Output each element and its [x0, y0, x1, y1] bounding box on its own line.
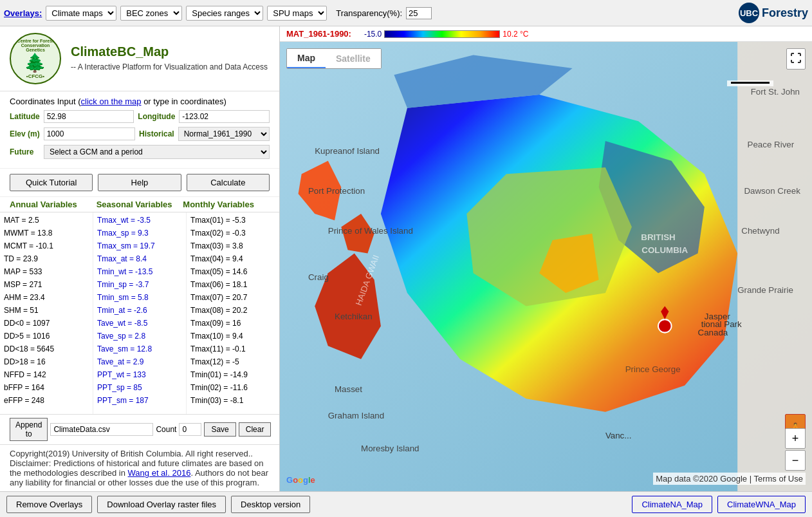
list-item: PPT_wt = 133	[96, 368, 183, 381]
svg-text:Prince of Wales Island: Prince of Wales Island	[328, 226, 413, 236]
color-legend: -15.0 10.2 °C	[364, 30, 529, 39]
list-item: Tmax_sm = 19.7	[96, 240, 183, 252]
list-item: Tmin(03) = -8.1	[189, 394, 277, 407]
variables-section: Annual Variables Seasonal Variables Mont…	[0, 197, 279, 414]
list-item: Tmax(08) = 20.2	[189, 304, 277, 317]
legend-max: 10.2 °C	[503, 30, 528, 39]
calculate-button[interactable]: Calculate	[187, 174, 270, 191]
list-item: Tmax(05) = 14.6	[189, 265, 277, 278]
bec-zones-select[interactable]: BEC zones	[120, 6, 182, 21]
monthly-variables-col: Tmax(01) = -5.3 Tmax(02) = -0.3 Tmax(03)…	[187, 212, 279, 414]
future-row: Future Select a GCM and a period	[10, 145, 270, 159]
action-buttons: Quick Tutorial Help Calculate	[0, 169, 279, 197]
variables-body: MAT = 2.5 MWMT = 13.8 MCMT = -10.1 TD = …	[0, 212, 279, 414]
climate-maps-select[interactable]: Climate maps	[46, 6, 116, 21]
list-item: PPT_sm = 187	[96, 394, 183, 407]
main-content: Centre for ForestConservationGenetics 🌲 …	[0, 26, 812, 491]
spu-maps-select[interactable]: SPU maps	[267, 6, 327, 21]
map-header: MAT_1961-1990: -15.0 10.2 °C	[280, 26, 812, 42]
download-raster-button[interactable]: Download Overlay raster files	[97, 496, 226, 513]
list-item: Tmax(07) = 20.7	[189, 291, 277, 304]
transparency-label: Transparency(%):	[336, 8, 402, 18]
zoom-out-button[interactable]: −	[785, 450, 806, 471]
list-item: Tmax(04) = 9.4	[189, 252, 277, 265]
species-ranges-select[interactable]: Species ranges	[186, 6, 263, 21]
climateNA-button[interactable]: ClimateNA_Map	[632, 496, 712, 513]
filename-input[interactable]	[50, 423, 153, 436]
wang-link[interactable]: Wang et al. 2016	[128, 468, 191, 478]
save-button[interactable]: Save	[204, 422, 235, 437]
list-item: Tmin_sp = -3.7	[96, 278, 183, 291]
list-item: eFFP = 248	[3, 394, 90, 407]
copyright-text: Copyright(2019) University of British Co…	[10, 449, 270, 458]
historical-select[interactable]: Normal_1961_1990 1901_1920 1921_1940	[178, 127, 270, 141]
legend-gradient	[384, 30, 500, 38]
svg-point-23	[658, 319, 672, 333]
app-subtitle: -- A Interactive Platform for Visualizat…	[71, 62, 268, 73]
help-button[interactable]: Help	[98, 174, 181, 191]
coords-title: Coordinates Input (click on the map or t…	[10, 97, 270, 106]
cfcg-logo: Centre for ForestConservationGenetics 🌲 …	[10, 33, 61, 84]
quick-tutorial-button[interactable]: Quick Tutorial	[10, 174, 93, 191]
satellite-view-button[interactable]: Satellite	[326, 49, 381, 68]
svg-text:Grande Prairie: Grande Prairie	[737, 285, 793, 295]
list-item: NFFD = 142	[3, 368, 90, 381]
list-item: Tave_sp = 2.8	[96, 330, 183, 343]
count-input[interactable]	[179, 423, 201, 436]
list-item: Tmin_sm = 5.8	[96, 291, 183, 304]
transparency-input[interactable]	[406, 7, 432, 19]
annual-variables-col: MAT = 2.5 MWMT = 13.8 MCMT = -10.1 TD = …	[0, 212, 93, 414]
elev-input[interactable]	[44, 127, 135, 140]
overlays-label[interactable]: Overlays:	[4, 8, 42, 18]
ubc-logo-icon: UBC	[739, 3, 759, 23]
append-button[interactable]: Append to	[10, 418, 48, 441]
app-title: ClimateBC_Map	[71, 44, 268, 59]
list-item: Tmin(02) = -11.6	[189, 381, 277, 394]
left-panel: Centre for ForestConservationGenetics 🌲 …	[0, 26, 280, 491]
svg-text:Craig: Craig	[308, 272, 329, 282]
list-item: PPT_sp = 85	[96, 381, 183, 394]
list-item: Tmax(03) = 3.8	[189, 240, 277, 252]
list-item: MAP = 533	[3, 265, 90, 278]
svg-text:Peace River: Peace River	[748, 140, 795, 149]
coords-section: Coordinates Input (click on the map or t…	[0, 91, 279, 169]
longitude-input[interactable]	[179, 110, 270, 123]
svg-text:Masset: Masset	[335, 384, 362, 394]
svg-text:BRITISH: BRITISH	[641, 232, 675, 242]
list-item: Tave_at = 2.9	[96, 355, 183, 368]
remove-overlays-button[interactable]: Remove Overlays	[6, 496, 92, 513]
map-color-label: MAT_1961-1990:	[286, 29, 351, 39]
forestry-logo-text: Forestry	[762, 6, 808, 20]
map-view-button[interactable]: Map	[287, 49, 326, 68]
bottom-bar: Remove Overlays Download Overlay raster …	[0, 491, 812, 517]
list-item: MAT = 2.5	[3, 214, 90, 227]
zoom-in-button[interactable]: +	[785, 428, 806, 449]
seasonal-variables-col: Tmax_wt = -3.5 Tmax_sp = 9.3 Tmax_sm = 1…	[93, 212, 187, 414]
fullscreen-button[interactable]	[786, 48, 806, 70]
list-item: Tmax_at = 8.4	[96, 252, 183, 265]
list-item: DD<18 = 5645	[3, 343, 90, 355]
overlay-bar: Overlays: Climate maps BEC zones Species…	[0, 0, 812, 26]
latitude-input[interactable]	[44, 110, 134, 123]
svg-text:Ketchikan: Ketchikan	[335, 312, 373, 321]
list-item: MCMT = -10.1	[3, 240, 90, 252]
list-item: TD = 23.9	[3, 252, 90, 265]
scale-bar	[727, 80, 773, 86]
svg-text:Moresby Island: Moresby Island	[361, 444, 419, 453]
desktop-version-button[interactable]: Desktop version	[231, 496, 310, 513]
map-attribution: Map data ©2020 Google | Terms of Use	[653, 473, 806, 485]
list-item: MWMT = 13.8	[3, 227, 90, 240]
elev-label: Elev (m)	[10, 129, 40, 138]
list-item: Tmin_wt = -13.5	[96, 265, 183, 278]
clear-button[interactable]: Clear	[239, 422, 272, 437]
list-item: Tmin(01) = -14.9	[189, 368, 277, 381]
climateWNA-button[interactable]: ClimateWNA_Map	[717, 496, 806, 513]
map-container[interactable]: BRITISH COLUMBIA HAIDA GWAII Prince Geor…	[280, 42, 812, 491]
monthly-header: Monthly Variables	[183, 200, 270, 209]
future-select[interactable]: Select a GCM and a period	[44, 145, 270, 159]
historical-label: Historical	[139, 129, 174, 138]
annual-header: Annual Variables	[10, 200, 97, 209]
click-on-map-link[interactable]: click on the map	[81, 97, 142, 106]
list-item: DD>18 = 16	[3, 355, 90, 368]
svg-text:Kupreanof Island: Kupreanof Island	[315, 147, 380, 156]
